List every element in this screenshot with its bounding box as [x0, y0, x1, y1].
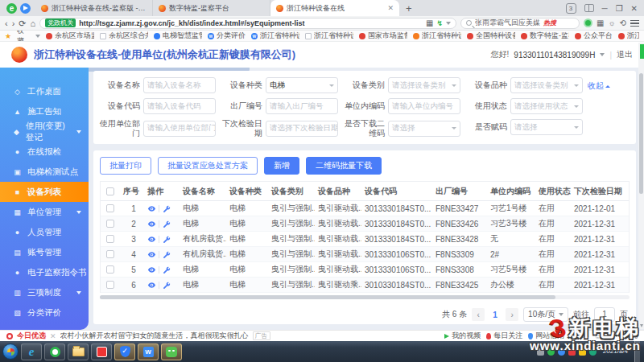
view-icon[interactable] — [147, 220, 156, 228]
forward-button[interactable]: › — [12, 17, 15, 30]
bookmark-item[interactable]: 数字特监-监察平 — [521, 31, 569, 41]
bookmark-item[interactable]: 余杭区综合办公 — [100, 31, 148, 41]
settings-icon[interactable]: ☼ — [608, 19, 615, 27]
home-button[interactable]: ⌂ — [31, 17, 36, 30]
filter-select[interactable]: 请选择 — [388, 121, 460, 137]
bookmark-item[interactable]: 国家市场监督管 — [359, 31, 407, 41]
sidebar-item-personnel-management[interactable]: ●人员管理 — [0, 222, 89, 242]
favorites-label[interactable]: 收藏 — [17, 31, 30, 42]
filter-input[interactable]: 请输入设备名称 — [143, 77, 216, 93]
bookmark-item[interactable]: 浙江省特种设备 — [618, 31, 639, 41]
row-checkbox[interactable] — [106, 250, 114, 258]
taskbar-security-button[interactable]: ✓ — [114, 343, 135, 360]
security-status-icon[interactable] — [584, 19, 592, 27]
url-text[interactable]: http://tsgz.zjamr.zj.gov.cn/jc_kh/dist/i… — [79, 19, 304, 27]
view-icon[interactable] — [147, 265, 156, 274]
view-icon[interactable] — [147, 281, 156, 290]
sidebar-item-use-registration[interactable]: ◆使用(变更)登记 — [0, 121, 89, 142]
sidebar-item-elevator-test-pilot[interactable]: ▣电梯检测试点 — [0, 162, 89, 182]
taskbar-app-red-button[interactable] — [91, 343, 112, 360]
maintain-icon[interactable] — [162, 220, 171, 228]
taskbar-wechat-button[interactable] — [161, 343, 182, 360]
boost-mode-icon[interactable] — [20, 3, 31, 14]
grid-icon[interactable]: ▦ — [426, 19, 433, 27]
maintain-icon[interactable] — [162, 250, 171, 259]
refresh-button[interactable]: ⟳ — [19, 17, 26, 30]
bookmark-item[interactable]: 余杭区市场监管 — [46, 31, 94, 41]
row-checkbox[interactable] — [106, 204, 114, 212]
bookmark-item[interactable]: 浙江省特种设备 — [305, 31, 353, 41]
sidebar-item-device-list[interactable]: ■设备列表 — [0, 182, 89, 202]
sidebar-item-e-supervision-order[interactable]: ●电子监察指令书 — [0, 262, 89, 282]
row-checkbox[interactable] — [106, 220, 114, 228]
filter-select[interactable]: 请选择设备类别 — [510, 77, 583, 93]
new-tab-button[interactable]: + — [406, 2, 412, 14]
close-ad-icon[interactable]: ✕ — [50, 332, 56, 340]
daily-picks-label[interactable]: 今日优选 — [17, 331, 46, 341]
next-page-button[interactable]: › — [506, 308, 518, 321]
search-box[interactable]: 张雨霏霸气回应美媒 热搜 — [460, 18, 580, 29]
daily-follow-link[interactable]: 每日关注 — [486, 331, 522, 341]
browser-tab-1[interactable]: 浙江特种设备在线-监察版 - 使.. — [35, 0, 153, 16]
apps-grid-icon[interactable]: ▦ — [597, 19, 604, 27]
sidebar-collapse-button[interactable] — [0, 68, 89, 81]
view-icon[interactable] — [147, 204, 156, 213]
taskbar-w-app-button[interactable]: W — [138, 343, 159, 360]
layout-panels-icon[interactable] — [584, 4, 594, 12]
lightning-icon[interactable]: ↯ — [436, 19, 443, 27]
filter-select[interactable]: 请选择 — [510, 119, 583, 135]
tab-close-icon[interactable]: ✕ — [387, 4, 394, 12]
horizontal-scrollbar[interactable] — [100, 295, 630, 299]
chevron-down-icon[interactable] — [446, 22, 451, 25]
account-number[interactable]: 91330110143819099H — [514, 51, 595, 60]
favorites-star-icon[interactable]: ★ — [5, 32, 11, 40]
view-icon[interactable] — [147, 250, 156, 259]
sidebar-item-workbench[interactable]: ◇工作桌面 — [0, 81, 89, 101]
history-undo-icon[interactable]: ⟲ — [620, 19, 626, 27]
view-icon[interactable] — [147, 235, 156, 244]
collapse-link[interactable]: 收起 — [588, 77, 610, 92]
maintain-icon[interactable] — [162, 265, 171, 274]
qrcode-batch-download-button[interactable]: 二维码批量下载 — [306, 157, 382, 175]
minimize-button[interactable]: ─ — [602, 4, 608, 13]
bookmark-item[interactable]: 公众平台 — [575, 31, 613, 41]
browser-logo-icon[interactable]: e — [6, 3, 17, 14]
filter-select[interactable]: 请选择使用状态 — [510, 98, 583, 114]
bookmark-item[interactable]: W浙江省特种设备 — [251, 31, 299, 41]
filter-input[interactable]: 请输入出厂编号 — [266, 98, 338, 114]
browser-tab-3-active[interactable]: 浙江特种设备在线 ✕ — [270, 0, 399, 16]
filter-date[interactable]: 请选择下次检验日期 — [266, 121, 338, 137]
search-suggestion[interactable]: 张雨霏霸气回应美媒 — [475, 18, 540, 28]
row-checkbox[interactable] — [106, 235, 114, 243]
scrollbar-thumb[interactable] — [100, 295, 555, 299]
batch-print-button[interactable]: 批量打印 — [100, 157, 151, 175]
filter-input[interactable]: 请输入使用单位部门 — [143, 121, 216, 137]
taskbar-ie-button[interactable]: e — [21, 343, 42, 360]
maintain-icon[interactable] — [162, 281, 171, 290]
bookmark-item[interactable]: 电梯智慧监管平 — [154, 31, 202, 41]
chevron-down-icon[interactable] — [35, 35, 40, 38]
address-bar[interactable]: 党政机关 http://tsgz.zjamr.zj.gov.cn/jc_kh/d… — [39, 18, 456, 29]
filter-select[interactable]: 请选择设备类别 — [388, 77, 460, 93]
page-vertical-scrollbar[interactable] — [638, 43, 644, 329]
maintain-icon[interactable] — [162, 204, 171, 213]
side-plugin-handle[interactable] — [640, 44, 644, 59]
current-page[interactable]: 1 — [489, 311, 501, 319]
start-button[interactable] — [2, 343, 19, 360]
ad-headline[interactable]: 农村小伙解开农村留守妇女的随意生活，真相很现实很扎心 — [60, 331, 249, 341]
filter-input[interactable]: 请输入设备代码 — [143, 98, 216, 114]
bookmark-item[interactable]: W分类评价 — [208, 31, 246, 41]
sidebar-item-classification-evaluation[interactable]: ▧分类评价 — [0, 302, 89, 323]
sidebar-item-unit-management[interactable]: ▦单位管理 — [0, 202, 89, 222]
row-checkbox[interactable] — [106, 265, 114, 274]
bookmark-item[interactable]: 全国特种设备公 — [467, 31, 515, 41]
menu-icon[interactable] — [630, 20, 639, 27]
add-new-button[interactable]: 新增 — [264, 157, 299, 175]
sidebar-item-online-inspection[interactable]: ●在线报检 — [0, 142, 89, 162]
row-checkbox[interactable] — [106, 281, 114, 289]
taskbar-explorer-button[interactable] — [68, 343, 89, 360]
select-all-checkbox[interactable] — [106, 187, 114, 195]
scrollbar-thumb[interactable] — [639, 73, 643, 194]
bookmark-item[interactable]: 浙江省特种设备 — [413, 31, 461, 41]
logout-button[interactable]: 退出 — [617, 49, 633, 60]
